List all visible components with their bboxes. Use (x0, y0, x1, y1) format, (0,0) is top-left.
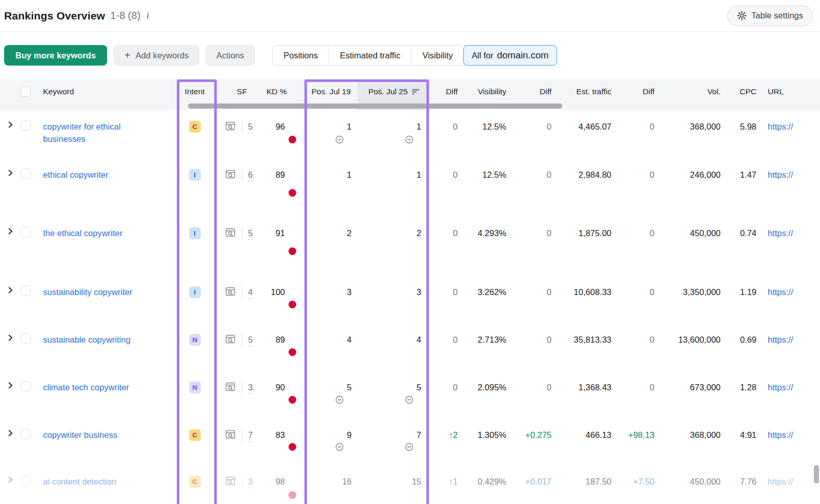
traffic-diff: +7.50 (633, 475, 654, 488)
column-header-diff-pos[interactable]: Diff (429, 79, 460, 104)
url-link[interactable]: https:// (757, 286, 793, 298)
table-row: the ethical copywriterI5912204.293%01,87… (0, 217, 820, 276)
est-traffic-value: 2,984.80 (579, 169, 611, 181)
url-link[interactable]: https:// (757, 227, 793, 239)
row-checkbox[interactable] (20, 381, 31, 391)
column-header-diff-vis[interactable]: Diff (507, 79, 552, 104)
cpc-value: 4.91 (740, 429, 756, 441)
select-all-checkbox[interactable] (20, 87, 31, 97)
table-settings-button[interactable]: Table settings (727, 6, 813, 26)
column-header-intent[interactable]: Intent (172, 79, 217, 104)
sf-count[interactable]: 5 (248, 333, 253, 346)
column-header-visibility[interactable]: Visibility (460, 79, 507, 104)
buy-more-keywords-button[interactable]: Buy more keywords (4, 45, 107, 66)
intent-badge: I (189, 169, 201, 181)
position-diff: ↑2 (449, 429, 458, 441)
tab-visibility[interactable]: Visibility (411, 46, 463, 65)
row-checkbox[interactable] (20, 227, 31, 237)
visibility-diff: 0 (547, 286, 551, 298)
kd-difficulty-dot (289, 443, 296, 451)
keyword-link[interactable]: the ethical copywriter (38, 227, 122, 239)
expand-row-button[interactable] (5, 371, 20, 418)
row-checkbox[interactable] (20, 475, 31, 486)
column-header-keyword[interactable]: Keyword (38, 79, 172, 104)
sf-divider (242, 169, 242, 182)
position-diff: 0 (453, 286, 458, 298)
pos-jul19-value: 1 (347, 169, 352, 181)
column-header-url[interactable]: URL (757, 79, 820, 104)
sort-descending-icon (412, 88, 420, 95)
visibility-value: 2.095% (478, 381, 506, 393)
column-header-vol[interactable]: Vol. (655, 79, 722, 104)
visibility-value: 1.305% (478, 429, 506, 441)
row-checkbox[interactable] (20, 286, 31, 296)
keyword-link[interactable]: ai content detection (38, 475, 116, 488)
intent-badge: C (189, 429, 201, 441)
column-header-diff-traffic[interactable]: Diff (613, 79, 655, 104)
tab-positions[interactable]: Positions (273, 46, 329, 65)
url-link[interactable]: https:// (757, 120, 793, 133)
sf-count[interactable]: 5 (248, 120, 253, 133)
position-diff: 0 (453, 381, 458, 393)
table-row: ethical copywriterI68911012.5%02,984.800… (0, 158, 820, 217)
sf-count[interactable]: 3 (248, 381, 253, 394)
pos-jul25-value: 3 (417, 286, 421, 298)
sf-count[interactable]: 7 (248, 429, 253, 442)
keyword-link[interactable]: climate tech copywriter (38, 381, 129, 393)
column-header-pos-jul25[interactable]: Pos. Jul 25 (359, 79, 429, 104)
kd-difficulty-dot (289, 189, 296, 197)
volume-value: 3,350,000 (683, 286, 721, 298)
sf-divider (242, 227, 242, 240)
expand-row-button[interactable] (5, 465, 20, 504)
url-link[interactable]: https:// (757, 429, 793, 441)
expand-row-button[interactable] (5, 217, 20, 276)
kd-difficulty-dot (289, 136, 296, 143)
column-header-sf[interactable]: SF (217, 79, 266, 104)
expand-row-button[interactable] (5, 276, 20, 323)
add-keywords-button[interactable]: + Add keywords (114, 45, 199, 66)
serp-link-icon (404, 135, 414, 144)
row-checkbox[interactable] (20, 120, 31, 131)
url-link[interactable]: https:// (757, 169, 793, 181)
serp-features-icon (224, 286, 236, 300)
sf-count[interactable]: 3 (248, 475, 253, 488)
table-row: ai content detectionC3981615↑10.429%+0.0… (0, 465, 820, 504)
sf-count[interactable]: 6 (248, 169, 253, 181)
url-link[interactable]: https:// (757, 381, 793, 393)
column-header-cpc[interactable]: CPC (722, 79, 757, 104)
sf-count[interactable]: 5 (248, 227, 253, 240)
expand-row-button[interactable] (5, 418, 20, 465)
column-header-kd[interactable]: KD % (266, 79, 303, 104)
tab-estimated-traffic[interactable]: Estimated traffic (329, 46, 411, 65)
column-header-est-traffic[interactable]: Est. traffic (552, 79, 613, 104)
row-checkbox[interactable] (20, 333, 31, 344)
traffic-diff: 0 (650, 333, 654, 346)
serp-link-icon (404, 442, 414, 452)
vertical-scrollbar[interactable] (814, 465, 819, 484)
table-row: copywriter businessC78397↑21.305%+0.2754… (0, 418, 820, 465)
keyword-link[interactable]: copywriter for ethical businesses (38, 120, 155, 145)
horizontal-scrollbar[interactable] (188, 103, 562, 109)
expand-row-button[interactable] (5, 110, 20, 158)
row-checkbox[interactable] (20, 169, 31, 179)
expand-row-button[interactable] (5, 323, 20, 371)
url-link[interactable]: https:// (757, 333, 793, 346)
column-header-pos-jul19[interactable]: Pos. Jul 19 (303, 79, 359, 104)
actions-button[interactable]: Actions (206, 45, 255, 66)
pos-jul25-value: 4 (417, 333, 421, 346)
keyword-link[interactable]: ethical copywriter (38, 169, 108, 181)
keyword-link[interactable]: sustainable copywriting (38, 333, 131, 346)
tab-all-for-domain[interactable]: All for domain.com (463, 45, 558, 66)
info-icon[interactable]: i (147, 11, 149, 21)
visibility-diff: 0 (547, 333, 551, 346)
expand-row-button[interactable] (5, 158, 20, 217)
est-traffic-value: 1,368.43 (579, 381, 611, 393)
buy-more-keywords-label: Buy more keywords (15, 51, 96, 60)
keyword-link[interactable]: copywriter business (38, 429, 117, 441)
url-link[interactable]: https:// (757, 475, 793, 488)
serp-features-icon (224, 227, 236, 241)
position-diff: 0 (453, 333, 458, 346)
keyword-link[interactable]: sustainability copywriter (38, 286, 132, 298)
sf-count[interactable]: 4 (248, 286, 253, 299)
row-checkbox[interactable] (20, 429, 31, 439)
